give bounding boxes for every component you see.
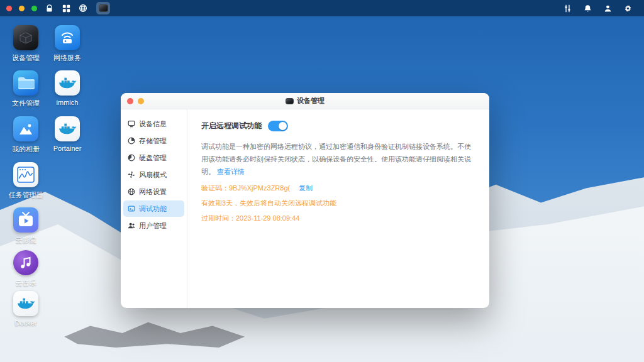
desktop-icon-cloud-music[interactable]: 云音乐 bbox=[5, 250, 47, 288]
toggle-knob bbox=[279, 122, 287, 130]
remote-debug-toggle[interactable] bbox=[268, 121, 288, 131]
view-details-link[interactable]: 查看详情 bbox=[217, 168, 245, 175]
remote-debug-toggle-label: 开启远程调试功能 bbox=[201, 121, 262, 131]
docker-whale-icon bbox=[13, 291, 38, 316]
validity-line: 有效期3天，失效后将自动关闭远程调试功能 bbox=[201, 199, 475, 208]
network-services-icon bbox=[55, 25, 80, 50]
cloud-music-icon bbox=[13, 250, 38, 275]
expire-line: 过期时间：2023-11-29 08:09:44 bbox=[201, 214, 475, 223]
desktop-icon-label: Docker bbox=[15, 319, 37, 327]
gear-icon[interactable] bbox=[623, 3, 633, 13]
menu-bar bbox=[0, 0, 644, 16]
debug-settings-panel: 开启远程调试功能 调试功能是一种加密的网络远程协议，通过加密通信和身份验证机制链… bbox=[187, 109, 489, 308]
copy-code-link[interactable]: 复制 bbox=[299, 184, 313, 192]
maximize-button[interactable] bbox=[31, 6, 37, 11]
desktop-icon-label: 任务管理器 bbox=[9, 190, 43, 200]
sidebar-item-label: 存储管理 bbox=[139, 136, 167, 146]
window-title-text: 设备管理 bbox=[297, 96, 325, 106]
desktop-icon-label: Portainer bbox=[53, 145, 82, 152]
desktop-icon-label: immich bbox=[57, 99, 79, 106]
close-button[interactable] bbox=[6, 6, 12, 11]
device-manager-icon bbox=[13, 25, 38, 50]
device-manager-app-icon bbox=[99, 4, 108, 12]
window-body: 设备信息 存储管理 硬盘管理 风扇模式 网络设置 bbox=[121, 109, 489, 308]
verification-code-line: 验证码：9BJ%XjPMz3ZR8g(复制 bbox=[201, 184, 475, 193]
verification-code-value: 9BJ%XjPMz3ZR8g( bbox=[229, 184, 290, 192]
task-manager-icon bbox=[13, 162, 38, 187]
sidebar-item-label: 网络设置 bbox=[139, 187, 167, 197]
sidebar-item-label: 硬盘管理 bbox=[139, 153, 167, 163]
sidebar-item-label: 用户管理 bbox=[139, 221, 167, 231]
desktop-icon-docker[interactable]: Docker bbox=[5, 291, 47, 327]
lock-icon[interactable] bbox=[44, 3, 54, 13]
desktop-icon-label: 云音乐 bbox=[16, 278, 36, 288]
bell-icon[interactable] bbox=[582, 3, 592, 13]
sidebar-item-disk[interactable]: 硬盘管理 bbox=[123, 150, 184, 166]
cloud-cinema-icon bbox=[13, 207, 38, 233]
window-titlebar[interactable]: 设备管理 bbox=[121, 93, 489, 109]
desktop-icon-network-services[interactable]: 网络服务 bbox=[47, 25, 88, 63]
sidebar-item-label: 风扇模式 bbox=[139, 170, 167, 180]
verification-code-label: 验证码： bbox=[201, 184, 229, 192]
docker-whale-icon bbox=[55, 116, 80, 141]
desktop-icon-file-manager[interactable]: 文件管理 bbox=[5, 70, 47, 108]
docker-whale-icon bbox=[55, 70, 80, 96]
desktop: 设备管理 网络服务 文件管理 immich 我的相册 Portainer 任 bbox=[0, 0, 644, 362]
active-app-indicator[interactable] bbox=[96, 2, 110, 14]
desktop-icon-label: 我的相册 bbox=[12, 145, 40, 154]
globe-icon[interactable] bbox=[78, 3, 88, 13]
menu-bar-left bbox=[6, 2, 110, 14]
sidebar-item-debug[interactable]: 调试功能 bbox=[123, 200, 184, 217]
menu-bar-right bbox=[562, 3, 638, 13]
desktop-icon-label: 设备管理 bbox=[12, 53, 40, 63]
sidebar-item-label: 设备信息 bbox=[139, 119, 167, 129]
desktop-icon-cloud-cinema[interactable]: 云影院 bbox=[5, 207, 47, 245]
desktop-icon-device-manager[interactable]: 设备管理 bbox=[5, 25, 47, 63]
device-manager-window: 设备管理 设备信息 存储管理 硬盘管理 风扇模式 bbox=[121, 93, 489, 308]
photos-icon bbox=[13, 116, 38, 141]
desktop-icon-my-photos[interactable]: 我的相册 bbox=[5, 116, 47, 154]
desktop-icon-label: 云影院 bbox=[16, 236, 36, 245]
remote-debug-toggle-row: 开启远程调试功能 bbox=[201, 121, 475, 131]
desktop-icon-portainer[interactable]: Portainer bbox=[47, 116, 88, 152]
window-controls bbox=[127, 98, 144, 104]
desktop-icon-label: 网络服务 bbox=[53, 53, 81, 63]
sidebar-item-user-management[interactable]: 用户管理 bbox=[123, 217, 184, 234]
minimize-button[interactable] bbox=[19, 6, 25, 11]
sidebar-item-network-settings[interactable]: 网络设置 bbox=[123, 184, 184, 200]
expire-label: 过期时间： bbox=[201, 214, 236, 222]
file-manager-icon bbox=[13, 70, 38, 96]
sidebar-item-storage[interactable]: 存储管理 bbox=[123, 133, 184, 149]
expire-value: 2023-11-29 08:09:44 bbox=[236, 214, 299, 222]
desktop-icon-immich[interactable]: immich bbox=[47, 70, 88, 106]
device-manager-app-icon bbox=[286, 98, 294, 104]
debug-description: 调试功能是一种加密的网络远程协议，通过加密通信和身份验证机制链接设备系统。不使用… bbox=[201, 141, 475, 178]
user-icon[interactable] bbox=[602, 3, 613, 13]
sidebar-item-label: 调试功能 bbox=[139, 204, 167, 214]
desktop-icon-label: 文件管理 bbox=[12, 99, 40, 108]
app-grid-icon[interactable] bbox=[61, 3, 71, 13]
sidebar-item-device-info[interactable]: 设备信息 bbox=[123, 116, 184, 132]
sliders-icon[interactable] bbox=[562, 3, 572, 13]
window-title: 设备管理 bbox=[286, 96, 325, 106]
window-close-button[interactable] bbox=[127, 98, 133, 104]
sidebar-item-fan-mode[interactable]: 风扇模式 bbox=[123, 167, 184, 183]
desktop-icon-task-manager[interactable]: 任务管理器 bbox=[5, 162, 47, 200]
window-minimize-button[interactable] bbox=[138, 98, 144, 104]
settings-sidebar: 设备信息 存储管理 硬盘管理 风扇模式 网络设置 bbox=[121, 109, 187, 308]
